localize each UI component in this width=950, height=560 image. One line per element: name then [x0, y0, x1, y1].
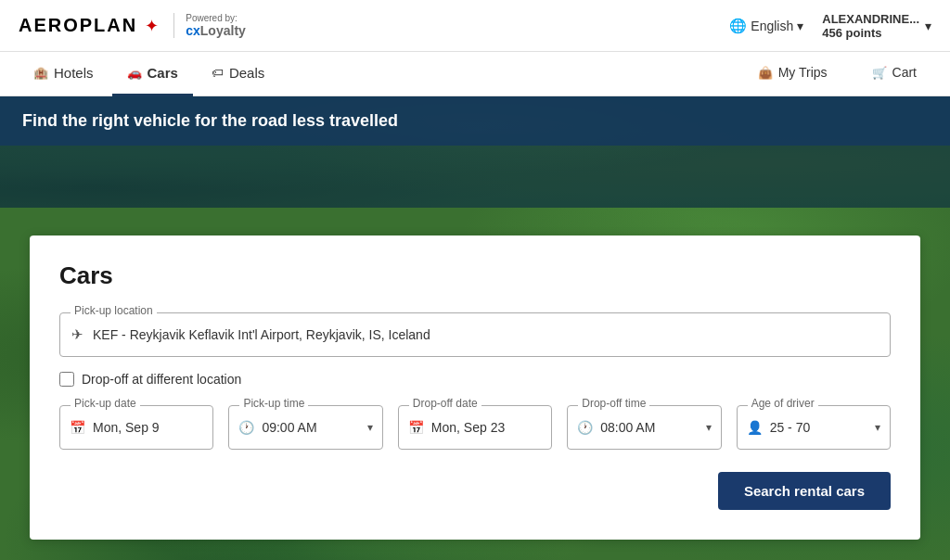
pickup-date-value: Mon, Sep 9: [93, 420, 203, 435]
header: AEROPLAN ✦ Powered by: cxLoyalty 🌐 Engli…: [0, 0, 950, 52]
pickup-date-field: Pick-up date 📅 Mon, Sep 9: [59, 405, 213, 450]
user-name: ALEXANDRINE...: [822, 12, 919, 26]
search-rental-cars-button[interactable]: Search rental cars: [718, 472, 891, 510]
main-content: Cars Pick-up location ✈ Drop-off at diff…: [0, 208, 950, 560]
hero-title: Find the right vehicle for the road less…: [22, 111, 928, 131]
clock-icon-2: 🕐: [577, 420, 593, 435]
datetime-row: Pick-up date 📅 Mon, Sep 9 Pick-up time 🕐…: [59, 405, 891, 450]
powered-label: Powered by:: [186, 13, 246, 23]
pickup-time-value: 09:00 AM: [262, 420, 359, 435]
header-right: 🌐 English ▾ ALEXANDRINE... 456 points ▾: [729, 12, 931, 40]
nav-item-cart[interactable]: 🛒 Cart: [857, 52, 931, 96]
nav-item-hotels[interactable]: 🏨 Hotels: [19, 52, 109, 96]
dropoff-date-value: Mon, Sep 23: [431, 420, 542, 435]
hero-section: Find the right vehicle for the road less…: [0, 96, 950, 208]
chevron-down-icon: ▾: [797, 19, 803, 33]
pickup-location-label: Pick-up location: [71, 304, 157, 317]
nav-left: 🏨 Hotels 🚗 Cars 🏷 Deals: [19, 52, 279, 96]
pickup-time-select[interactable]: 🕐 09:00 AM ▾: [228, 405, 382, 450]
calendar-icon: 📅: [70, 420, 85, 435]
age-driver-field: Age of driver 👤 25 - 70 ▾: [737, 405, 891, 450]
location-icon: ✈: [71, 326, 83, 343]
nav-label-cart: Cart: [892, 65, 917, 80]
header-left: AEROPLAN ✦ Powered by: cxLoyalty: [19, 13, 246, 38]
dropoff-date-input[interactable]: 📅 Mon, Sep 23: [398, 405, 552, 450]
powered-by: Powered by: cxLoyalty: [173, 13, 246, 38]
dropoff-date-field: Drop-off date 📅 Mon, Sep 23: [398, 405, 552, 450]
dropoff-time-select[interactable]: 🕐 08:00 AM ▾: [567, 405, 721, 450]
age-driver-value: 25 - 70: [770, 420, 867, 435]
card-title: Cars: [59, 261, 891, 290]
user-chevron-icon: ▾: [925, 19, 931, 33]
cx-loyalty-label: cxLoyalty: [186, 23, 246, 38]
nav-label-deals: Deals: [229, 65, 264, 81]
logo-text: AEROPLAN: [19, 15, 137, 36]
nav-label-cars: Cars: [148, 65, 178, 81]
dropoff-checkbox[interactable]: [59, 372, 74, 387]
age-driver-label: Age of driver: [748, 397, 818, 410]
calendar-icon-2: 📅: [408, 420, 424, 435]
nav-item-cars[interactable]: 🚗 Cars: [112, 52, 193, 96]
cx-text: cx: [186, 23, 200, 38]
hotel-icon: 🏨: [33, 66, 48, 80]
dropoff-date-label: Drop-off date: [409, 397, 481, 410]
pickup-location-field: Pick-up location ✈: [59, 312, 891, 357]
nav-label-my-trips: My Trips: [778, 65, 828, 80]
logo[interactable]: AEROPLAN ✦: [19, 15, 159, 36]
car-icon: 🚗: [127, 66, 142, 80]
hero-banner: Find the right vehicle for the road less…: [0, 96, 950, 146]
dropoff-time-value: 08:00 AM: [600, 420, 698, 435]
dropoff-time-chevron-icon: ▾: [706, 421, 712, 434]
pickup-location-input-wrap[interactable]: ✈: [59, 312, 891, 357]
dropoff-time-label: Drop-off time: [578, 397, 649, 410]
navigation: 🏨 Hotels 🚗 Cars 🏷 Deals 👜 My Trips 🛒 Car…: [0, 52, 950, 96]
pickup-time-chevron-icon: ▾: [367, 421, 373, 434]
deals-icon: 🏷: [212, 66, 224, 80]
maple-leaf-icon: ✦: [145, 16, 159, 36]
bag-icon: 👜: [758, 66, 773, 80]
language-label: English: [751, 19, 793, 33]
loyalty-text: Loyalty: [200, 23, 246, 38]
language-selector[interactable]: 🌐 English ▾: [729, 18, 803, 34]
cart-icon: 🛒: [872, 66, 887, 80]
age-driver-chevron-icon: ▾: [875, 421, 880, 434]
person-icon: 👤: [747, 420, 763, 435]
search-button-row: Search rental cars: [59, 472, 891, 510]
globe-icon: 🌐: [729, 18, 747, 34]
pickup-date-label: Pick-up date: [71, 397, 140, 410]
dropoff-checkbox-row: Drop-off at different location: [59, 372, 891, 387]
pickup-date-input[interactable]: 📅 Mon, Sep 9: [59, 405, 213, 450]
nav-label-hotels: Hotels: [54, 65, 94, 81]
nav-item-deals[interactable]: 🏷 Deals: [197, 52, 279, 96]
pickup-time-field: Pick-up time 🕐 09:00 AM ▾: [228, 405, 382, 450]
pickup-time-label: Pick-up time: [239, 397, 308, 410]
clock-icon: 🕐: [238, 420, 254, 435]
user-menu[interactable]: ALEXANDRINE... 456 points ▾: [822, 12, 931, 40]
age-driver-select[interactable]: 👤 25 - 70 ▾: [737, 405, 891, 450]
pickup-location-input[interactable]: [93, 327, 879, 342]
dropoff-checkbox-label[interactable]: Drop-off at different location: [82, 372, 241, 387]
nav-right: 👜 My Trips 🛒 Cart: [743, 52, 931, 96]
dropoff-time-field: Drop-off time 🕐 08:00 AM ▾: [567, 405, 721, 450]
search-card: Cars Pick-up location ✈ Drop-off at diff…: [30, 235, 920, 540]
nav-item-my-trips[interactable]: 👜 My Trips: [743, 52, 842, 96]
user-points: 456 points: [822, 26, 919, 40]
